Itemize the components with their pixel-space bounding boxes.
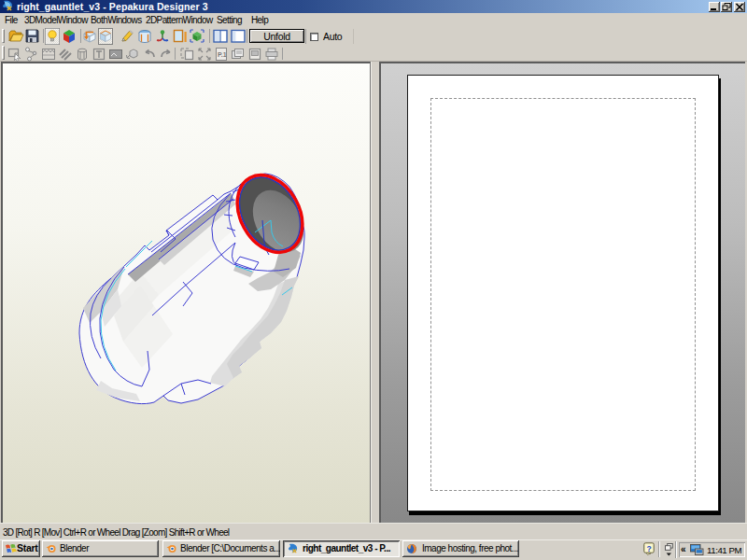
svg-text:?: ? bbox=[646, 544, 651, 553]
svg-text:P.1: P.1 bbox=[218, 51, 227, 58]
